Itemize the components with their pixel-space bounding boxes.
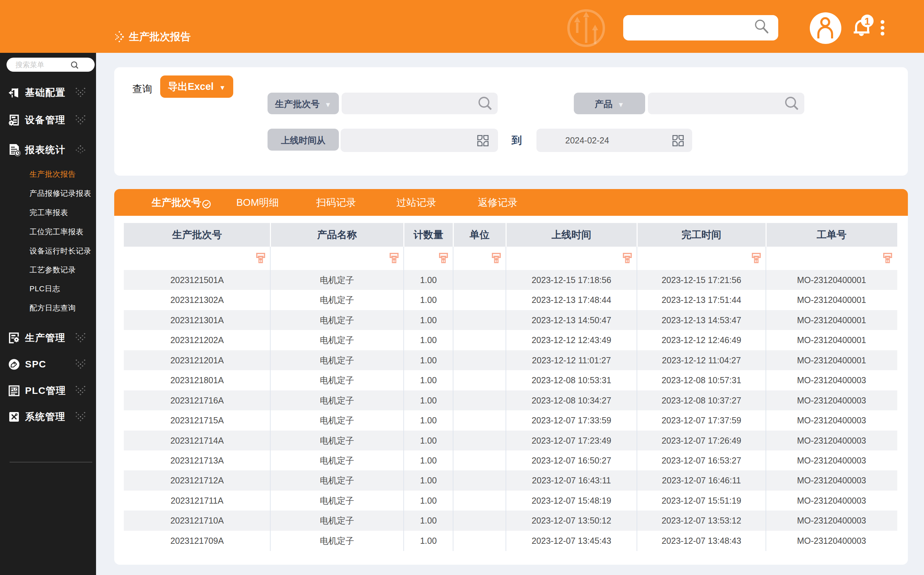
svg-text:PLC: PLC [11,388,17,391]
svg-text:1: 1 [864,16,870,27]
